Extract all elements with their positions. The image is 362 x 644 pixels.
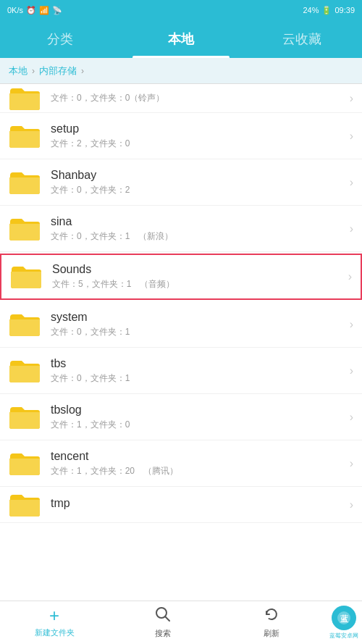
file-info: setup 文件：2，文件夹：0 [51,122,344,150]
folder-icon [9,404,41,430]
tab-cloud[interactable]: 云收藏 [241,20,362,58]
breadcrumb: 本地 › 内部存储 › [0,58,362,84]
battery-icon: 🔋 [321,6,332,15]
search-icon [155,606,171,625]
chevron-icon: › [350,457,353,470]
chevron-icon: › [350,92,353,105]
folder-icon [9,492,41,518]
refresh-label: 刷新 [264,628,279,639]
file-meta: 文件：1，文件夹：20 （腾讯） [51,465,344,477]
file-meta: 文件：5，文件夹：1 （音频） [52,278,342,290]
svg-text:蓝: 蓝 [340,614,348,623]
file-name: tmp [51,497,344,510]
folder-icon [9,170,41,196]
chevron-icon: › [350,364,353,377]
breadcrumb-sep-2: › [81,66,84,76]
refresh-button[interactable]: 刷新 [217,606,326,639]
file-meta: 文件：2，文件夹：0 [51,138,344,150]
clock-icon: ⏰ [26,6,36,15]
status-bar: 0K/s ⏰ 📶 📡 24% 🔋 09:39 [0,0,362,20]
file-name: system [51,311,344,324]
file-info: tbslog 文件：1，文件夹：0 [51,403,344,431]
svg-line-1 [165,616,169,621]
list-item[interactable]: sina 文件：0，文件夹：1 （新浪） › [0,206,362,252]
new-folder-button[interactable]: + 新建文件夹 [0,607,109,638]
signal-icon: 📡 [52,6,62,15]
file-info: 文件：0，文件夹：0（铃声） [51,92,344,104]
bottom-bar: + 新建文件夹 搜索 刷新 蓝 蓝莓安卓网 [0,601,362,644]
list-item[interactable]: tencent 文件：1，文件夹：20 （腾讯） › [0,440,362,487]
file-name: tencent [51,450,344,463]
list-item[interactable]: tbslog 文件：1，文件夹：0 › [0,394,362,440]
file-list: 文件：0，文件夹：0（铃声） › setup 文件：2，文件夹：0 › Shan… [0,84,362,601]
file-meta: 文件：1，文件夹：0 [51,419,344,431]
battery-level: 24% [303,6,319,14]
chevron-icon: › [350,176,353,189]
breadcrumb-current[interactable]: 内部存储 [39,64,77,78]
chevron-icon: › [350,130,353,143]
file-name: sina [51,215,344,228]
chevron-icon: › [350,318,353,331]
file-info: tbs 文件：0，文件夹：1 [51,357,344,385]
file-info: system 文件：0，文件夹：1 [51,311,344,338]
file-info: Sounds 文件：5，文件夹：1 （音频） [52,263,342,290]
file-name: setup [51,122,344,135]
folder-icon [9,216,41,242]
status-left: 0K/s ⏰ 📶 📡 [7,6,62,15]
search-button[interactable]: 搜索 [109,606,217,639]
tab-local[interactable]: 本地 [121,20,242,58]
folder-icon [9,85,41,112]
chevron-icon: › [348,270,352,283]
file-name: Sounds [52,263,342,276]
file-name: tbs [51,357,344,370]
logo-icon: 蓝 [332,606,356,630]
file-name: Shanbay [51,169,344,182]
status-right: 24% 🔋 09:39 [303,6,355,15]
file-info: Shanbay 文件：0，文件夹：2 [51,169,344,196]
folder-icon [9,451,41,477]
plus-icon: + [49,607,59,624]
breadcrumb-root[interactable]: 本地 [9,64,28,78]
chevron-icon: › [350,222,353,235]
logo-text: 蓝莓安卓网 [329,632,358,640]
folder-icon [10,264,42,290]
file-info: tencent 文件：1，文件夹：20 （腾讯） [51,450,344,477]
list-item[interactable]: Shanbay 文件：0，文件夹：2 › [0,159,362,206]
chevron-icon: › [350,498,353,511]
search-label: 搜索 [155,628,171,639]
list-item[interactable]: tbs 文件：0，文件夹：1 › [0,348,362,394]
file-meta: 文件：0，文件夹：2 [51,184,344,196]
list-item[interactable]: setup 文件：2，文件夹：0 › [0,113,362,159]
refresh-icon [264,606,279,625]
folder-icon [9,311,41,338]
logo-area: 蓝 蓝莓安卓网 [326,606,362,640]
breadcrumb-sep-1: › [32,66,35,76]
tab-bar: 分类 本地 云收藏 [0,20,362,58]
network-speed: 0K/s [7,6,23,14]
file-meta: 文件：0，文件夹：1 [51,372,344,385]
list-item[interactable]: 文件：0，文件夹：0（铃声） › [0,84,362,113]
file-name: tbslog [51,403,344,417]
file-meta: 文件：0，文件夹：1 [51,326,344,338]
file-meta: 文件：0，文件夹：1 （新浪） [51,230,344,243]
time-display: 09:39 [334,6,355,14]
tab-classify[interactable]: 分类 [0,20,121,58]
file-meta: 文件：0，文件夹：0（铃声） [51,92,344,104]
wifi-icon: 📶 [39,6,49,15]
list-item[interactable]: system 文件：0，文件夹：1 › [0,301,362,348]
chevron-icon: › [350,411,353,424]
folder-icon [9,123,41,149]
folder-icon [9,358,41,384]
list-item-sounds[interactable]: Sounds 文件：5，文件夹：1 （音频） › [0,254,362,300]
new-folder-label: 新建文件夹 [35,627,75,638]
list-item[interactable]: tmp › [0,487,362,523]
file-info: tmp [51,497,344,512]
file-info: sina 文件：0，文件夹：1 （新浪） [51,215,344,243]
